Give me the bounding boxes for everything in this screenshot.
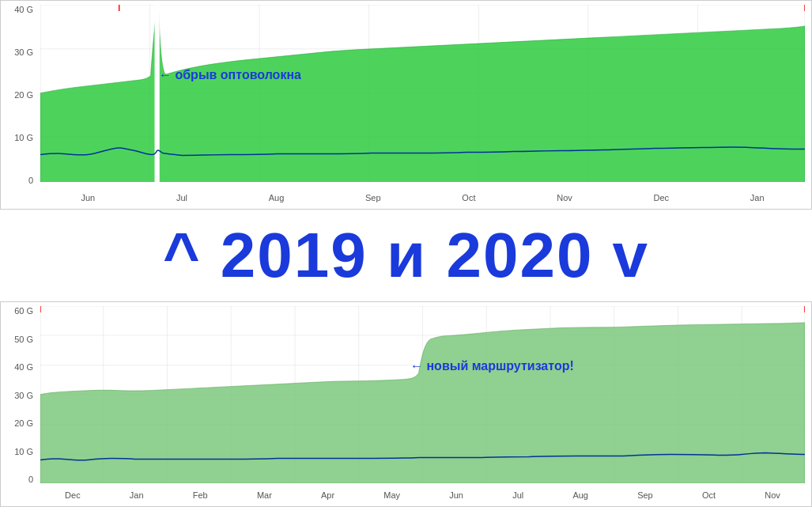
main-container: 40 G 30 G 20 G 10 G 0 <box>0 0 812 507</box>
x-label-mar-b: Mar <box>257 490 272 500</box>
y-label-0: 0 <box>2 176 36 185</box>
chart-svg-bottom <box>40 306 805 483</box>
x-label-nov: Nov <box>557 193 572 202</box>
y-label-20g: 20 G <box>2 90 36 100</box>
x-label-may-b: May <box>383 490 400 500</box>
y-label-0-b: 0 <box>2 475 36 484</box>
y-label-40g-b: 40 G <box>2 362 36 372</box>
x-label-jul: Jul <box>176 193 187 202</box>
x-label-sep-b: Sep <box>637 490 653 500</box>
chart-top: 40 G 30 G 20 G 10 G 0 <box>0 0 812 210</box>
x-label-dec-b: Dec <box>65 490 81 500</box>
y-label-50g: 50 G <box>2 335 36 344</box>
x-axis-top: Jun Jul Aug Sep Oct Nov Dec Jan <box>40 187 805 209</box>
x-label-oct: Oct <box>462 193 475 202</box>
y-label-20g-b: 20 G <box>2 418 36 428</box>
x-axis-bottom: Dec Jan Feb Mar Apr May Jun Jul Aug Sep … <box>40 484 805 506</box>
x-label-aug-b: Aug <box>572 490 588 500</box>
x-label-sep: Sep <box>365 193 381 202</box>
y-label-30g: 30 G <box>2 47 36 57</box>
x-label-jun: Jun <box>81 193 95 202</box>
y-label-10g: 10 G <box>2 133 36 142</box>
y-axis-top: 40 G 30 G 20 G 10 G 0 <box>1 1 40 185</box>
y-label-40g: 40 G <box>2 5 36 14</box>
x-label-jun-b: Jun <box>449 490 463 500</box>
x-label-jan-b: Jan <box>130 490 144 500</box>
chart-bottom: 60 G 50 G 40 G 30 G 20 G 10 G 0 <box>0 301 812 507</box>
y-label-60g: 60 G <box>2 306 36 316</box>
annotation-bottom: ← новый маршрутизатор! <box>410 359 574 373</box>
x-label-oct-b: Oct <box>702 490 716 500</box>
annotation-top: ← обрыв оптоволокна <box>159 68 301 82</box>
x-label-jan: Jan <box>750 193 765 202</box>
x-label-nov-b: Nov <box>765 490 780 500</box>
y-axis-bottom: 60 G 50 G 40 G 30 G 20 G 10 G 0 <box>1 302 40 484</box>
y-label-10g-b: 10 G <box>2 447 36 456</box>
x-label-jul-b: Jul <box>512 490 523 500</box>
years-label: ^ 2019 и 2020 v <box>163 219 649 292</box>
chart-svg-top <box>40 5 805 182</box>
x-label-dec: Dec <box>654 193 670 202</box>
x-label-apr-b: Apr <box>321 490 334 500</box>
x-label-feb-b: Feb <box>193 490 208 500</box>
x-label-aug: Aug <box>269 193 285 202</box>
y-label-30g-b: 30 G <box>2 391 36 400</box>
svg-rect-16 <box>157 5 160 182</box>
middle-label: ^ 2019 и 2020 v <box>0 210 812 301</box>
